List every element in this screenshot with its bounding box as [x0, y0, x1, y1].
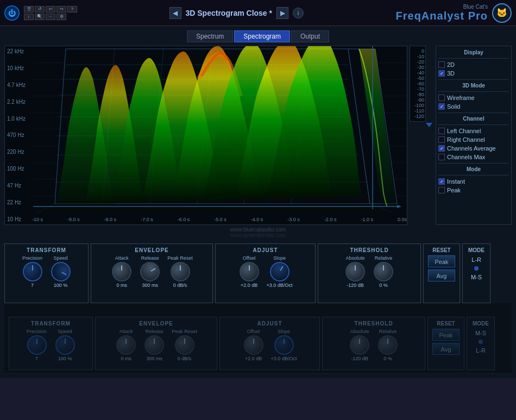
lr-mode-option[interactable]: L-R — [471, 256, 481, 263]
x-label: -2.0 s — [324, 217, 337, 222]
offset-knob[interactable] — [240, 262, 259, 281]
divider — [438, 175, 509, 175]
relative-label: Relative — [375, 255, 393, 261]
watermark-line1: www.bluecataudio.com — [4, 227, 512, 233]
relative-knob[interactable] — [374, 262, 393, 281]
db-arrow-icon — [426, 123, 432, 127]
db-label: -30 — [411, 65, 424, 70]
attack-knob[interactable] — [112, 262, 131, 281]
back-icon[interactable]: ↩ — [46, 6, 55, 12]
x-label: -1.0 s — [361, 217, 373, 222]
db-label: -60 — [411, 81, 424, 86]
x-label: -9.0 s — [67, 217, 80, 222]
preset-info-button[interactable]: i — [293, 8, 304, 18]
instant-label: Instant — [447, 178, 465, 185]
channels-max-option[interactable]: Channels Max — [438, 153, 509, 161]
info-icon[interactable]: i — [24, 14, 34, 20]
3d-checkbox[interactable]: ✓ — [438, 70, 445, 77]
offset-value: +2.0 dB — [238, 283, 260, 288]
offset-label: Offset — [243, 255, 256, 261]
peak-reset-button[interactable]: Peak — [428, 255, 455, 267]
top-bar: ⏻ ☰ ↺ ↩ ↪ ? i 🔍 ··· ⚙ ◀ 3D Spectrogram C… — [0, 0, 516, 26]
peak-option[interactable]: Peak — [438, 186, 509, 195]
instant-option[interactable]: ✓ Instant — [438, 177, 509, 186]
3d-mode-label: 3D Mode — [438, 82, 509, 90]
speed-container: Speed 100 % — [50, 255, 72, 288]
precision-knob[interactable] — [23, 262, 42, 281]
db-label: -120 — [411, 114, 424, 119]
y-axis: 22 kHz 10 kHz 4.7 kHz 2.2 kHz 1.0 kHz 47… — [7, 46, 26, 224]
release-value: 300 ms — [139, 283, 161, 288]
loop-icon[interactable]: ↺ — [35, 6, 45, 12]
2d-checkbox[interactable] — [438, 61, 445, 68]
solid-option[interactable]: ✓ Solid — [438, 102, 509, 111]
y-label: 10 kHz — [7, 65, 26, 71]
reflected-envelope: ENVELOPE Attack 0 ms Release 300 ms Peak… — [95, 317, 217, 370]
tab-spectrum[interactable]: Spectrum — [187, 30, 233, 42]
mode2-section-label: Mode — [438, 165, 509, 173]
dots-icon[interactable]: ··· — [46, 14, 55, 20]
release-knob[interactable] — [137, 258, 163, 285]
slope-knob[interactable] — [266, 258, 293, 285]
wireframe-option[interactable]: Wireframe — [438, 93, 509, 102]
relative-container: Relative 0 % — [373, 255, 394, 288]
brand-small: Blue Cat's — [396, 4, 488, 10]
left-channel-option[interactable]: Left Channel — [438, 127, 509, 135]
envelope-knobs: Attack 0 ms Release 300 ms Peak Reset 0 … — [111, 255, 193, 288]
y-label: 4.7 kHz — [7, 82, 26, 88]
threshold-group: THRESHOLD Absolute -120 dB Relative 0 % — [318, 243, 421, 303]
channels-average-option[interactable]: ✓ Channels Average — [438, 144, 509, 153]
avg-reset-button[interactable]: Avg — [428, 269, 455, 281]
release-label: Release — [141, 255, 159, 261]
right-channel-label: Right Channel — [447, 136, 485, 143]
channels-max-checkbox[interactable] — [438, 154, 445, 160]
solid-checkbox[interactable]: ✓ — [438, 103, 445, 110]
menu-icon[interactable]: ☰ — [24, 6, 34, 12]
speed-value: 100 % — [50, 283, 72, 288]
x-label: -10 s — [32, 217, 43, 222]
transform-group: TRANSFORM Precision 7 Speed 100 % — [4, 243, 89, 303]
db-label: -20 — [411, 59, 424, 65]
y-label: 47 Hz — [7, 183, 26, 189]
channels-average-checkbox[interactable]: ✓ — [438, 145, 445, 152]
spectrogram-main: 22 kHz 10 kHz 4.7 kHz 2.2 kHz 1.0 kHz 47… — [4, 46, 407, 225]
peak-reset-knob[interactable] — [171, 262, 190, 281]
instant-checkbox[interactable]: ✓ — [438, 178, 445, 185]
threshold-knobs: Absolute -120 dB Relative 0 % — [344, 255, 394, 288]
3d-option[interactable]: ✓ 3D — [438, 69, 509, 78]
help-icon[interactable]: ? — [67, 6, 77, 12]
db-scale: 0 -10 -20 -30 -40 -50 -60 -70 -80 -90 -1… — [410, 46, 426, 122]
speed-knob[interactable] — [47, 258, 74, 285]
divider — [438, 112, 509, 113]
offset-container: Offset +2.0 dB — [238, 255, 260, 288]
envelope-title: ENVELOPE — [135, 247, 168, 253]
adjust-group: ADJUST Offset +2.0 dB Slope +3.0 dB/Oct — [215, 243, 316, 303]
threshold-title: THRESHOLD — [350, 247, 388, 253]
mode-title: MODE — [468, 247, 484, 253]
ms-mode-option[interactable]: M-S — [471, 274, 482, 280]
db-label: -110 — [411, 108, 424, 114]
absolute-knob[interactable] — [345, 262, 365, 281]
tab-bar: Spectrum Spectrogram Output — [4, 30, 512, 42]
forward-icon[interactable]: ↪ — [56, 6, 66, 12]
channels-average-label: Channels Average — [447, 145, 496, 152]
db-label: -90 — [411, 97, 424, 103]
tab-spectrogram[interactable]: Spectrogram — [234, 30, 290, 42]
svg-marker-28 — [397, 205, 401, 208]
right-channel-option[interactable]: Right Channel — [438, 135, 509, 144]
search-icon[interactable]: 🔍 — [35, 14, 45, 20]
peak-reset-value: 0 dB/s — [169, 283, 191, 288]
prev-preset-button[interactable]: ◀ — [169, 7, 181, 19]
preset-area: ◀ 3D Spectrogram Close * ▶ i — [77, 7, 396, 19]
power-button[interactable]: ⏻ — [4, 5, 20, 21]
peak-reset-container: Peak Reset 0 dB/s — [167, 255, 193, 288]
peak-checkbox[interactable] — [438, 187, 445, 193]
left-channel-checkbox[interactable] — [438, 128, 445, 134]
2d-option[interactable]: 2D — [438, 60, 509, 69]
db-label: -10 — [411, 54, 424, 59]
right-channel-checkbox[interactable] — [438, 136, 445, 143]
next-preset-button[interactable]: ▶ — [276, 7, 288, 19]
wireframe-checkbox[interactable] — [438, 95, 445, 101]
tab-output[interactable]: Output — [291, 30, 329, 42]
settings-icon[interactable]: ⚙ — [56, 14, 66, 20]
